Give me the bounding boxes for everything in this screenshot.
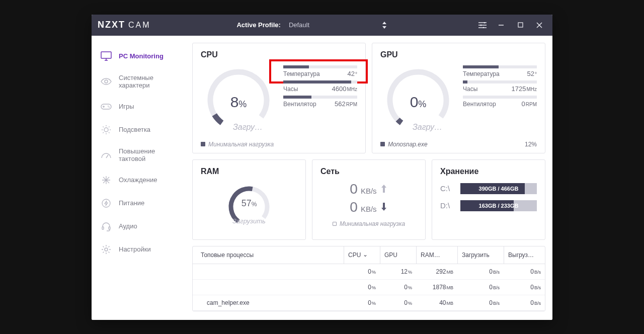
col-name[interactable]: Топовые процессы bbox=[193, 246, 344, 264]
cpu-footer: Минимальная нагрузка bbox=[201, 141, 357, 148]
sidebar-item-cooling[interactable]: Охлаждение bbox=[92, 169, 192, 192]
sidebar-label: Игры bbox=[119, 103, 134, 110]
cpu-card[interactable]: CPU 8% Загру… bbox=[192, 43, 366, 153]
network-card[interactable]: Сеть 0KB/s 0KB/s Минимальная нагрузка bbox=[312, 159, 426, 240]
close-button[interactable] bbox=[534, 20, 544, 30]
svg-point-7 bbox=[108, 106, 109, 107]
storage-card[interactable]: Хранение C:\ 390GB / 466GB D:\ 163GB / 2… bbox=[432, 159, 545, 240]
table-row[interactable]: cam_helper.exe 0% 0% 40MB 0B/s 0B/s bbox=[193, 295, 545, 311]
net-download: 0KB/s bbox=[350, 199, 387, 215]
legend-square-icon bbox=[333, 222, 337, 226]
profile-label: Active Profile: bbox=[236, 21, 280, 29]
svg-point-1 bbox=[480, 24, 482, 26]
cpu-gauge-sub: Загру… bbox=[233, 123, 263, 132]
net-footer: Минимальная нагрузка bbox=[333, 220, 405, 227]
profile-select[interactable]: Default bbox=[286, 19, 392, 32]
table-row[interactable]: 0% 0% 1878MB 0B/s 0B/s bbox=[193, 280, 545, 295]
processes-card: Топовые процессы CPU ⌄ GPU RAM… Загрузит… bbox=[192, 246, 545, 311]
sidebar-item-specs[interactable]: Системные характери bbox=[92, 68, 192, 95]
col-gpu[interactable]: GPU bbox=[380, 246, 416, 264]
legend-square-icon bbox=[380, 142, 385, 146]
svg-rect-3 bbox=[518, 23, 523, 27]
sidebar-item-monitoring[interactable]: PC Monitoring bbox=[92, 45, 192, 68]
sidebar-label: Питание bbox=[119, 199, 144, 207]
main-content: CPU 8% Загру… bbox=[192, 36, 552, 320]
sidebar-item-power[interactable]: Питание bbox=[92, 192, 192, 215]
arrow-down-icon bbox=[380, 201, 388, 212]
gpu-percent-unit: % bbox=[418, 99, 426, 109]
sun-icon bbox=[101, 124, 112, 135]
col-cpu[interactable]: CPU ⌄ bbox=[344, 246, 380, 264]
headset-icon bbox=[101, 221, 112, 232]
sidebar-label: Настройки bbox=[119, 245, 151, 253]
sidebar-label: Подсветка bbox=[119, 126, 150, 133]
profile-value: Default bbox=[289, 21, 309, 29]
cpu-gauge: 8% Загру… bbox=[201, 62, 276, 138]
cpu-clock-block: Часы4600MHz bbox=[283, 80, 357, 93]
cpu-title: CPU bbox=[201, 50, 357, 59]
snowflake-icon bbox=[101, 175, 112, 186]
gamepad-icon bbox=[101, 101, 112, 112]
legend-square-icon bbox=[201, 142, 205, 146]
sidebar-label: Аудио bbox=[119, 222, 137, 230]
ram-gauge: 57% Загрузить bbox=[201, 179, 297, 234]
sidebar: PC Monitoring Системные характери Игры П… bbox=[92, 36, 192, 320]
sidebar-item-settings[interactable]: Настройки bbox=[92, 238, 192, 261]
gpu-fan-block: Вентилятор0RPM bbox=[463, 96, 537, 108]
app-window: NZXT CAM Active Profile: Default bbox=[92, 15, 552, 320]
monitor-icon bbox=[101, 51, 112, 62]
sidebar-item-audio[interactable]: Аудио bbox=[92, 215, 192, 238]
col-ram[interactable]: RAM… bbox=[416, 246, 457, 264]
gpu-card[interactable]: GPU 0% Загру… bbox=[372, 43, 545, 153]
storage-drive-d: D:\ 163GB / 233GB bbox=[440, 200, 537, 211]
gpu-footer: Monosnap.exe 12% bbox=[380, 141, 537, 148]
svg-point-9 bbox=[104, 128, 108, 132]
svg-point-8 bbox=[109, 107, 110, 108]
col-upload[interactable]: Выгруз… bbox=[504, 246, 545, 264]
cpu-clock-label: Часы bbox=[283, 86, 298, 93]
svg-point-5 bbox=[105, 80, 108, 83]
cpu-percent-unit: % bbox=[238, 99, 247, 109]
col-download[interactable]: Загрузить bbox=[457, 246, 504, 264]
gpu-temp-label: Температура bbox=[463, 70, 500, 77]
gpu-fan-label: Вентилятор bbox=[463, 101, 496, 108]
gear-icon bbox=[101, 244, 112, 255]
bolt-icon bbox=[101, 198, 112, 209]
brand-logo: NZXT bbox=[98, 20, 125, 30]
gpu-percent: 0 bbox=[410, 94, 419, 110]
storage-title: Хранение bbox=[440, 167, 537, 176]
svg-rect-4 bbox=[101, 52, 111, 58]
sidebar-label: Системные характери bbox=[119, 74, 183, 89]
arrow-up-icon bbox=[380, 183, 388, 194]
processes-body: 0% 12% 292MB 0B/s 0B/s 0% 0% 1878MB 0B/s… bbox=[193, 264, 545, 311]
ram-title: RAM bbox=[201, 167, 297, 176]
sidebar-label: Охлаждение bbox=[119, 176, 157, 184]
gpu-temp-block: Температура52° bbox=[463, 65, 537, 77]
cpu-fan-block: Вентилятор562RPM bbox=[283, 96, 357, 108]
titlebar: NZXT CAM Active Profile: Default bbox=[92, 15, 552, 36]
ram-card[interactable]: RAM 57% Загрузить bbox=[192, 159, 306, 240]
svg-point-0 bbox=[484, 22, 486, 24]
cpu-fan-label: Вентилятор bbox=[283, 101, 316, 108]
gpu-gauge-sub: Загру… bbox=[413, 123, 442, 132]
net-upload: 0KB/s bbox=[350, 181, 387, 197]
minimize-button[interactable] bbox=[496, 20, 506, 30]
sidebar-label: Повышение тактовой bbox=[119, 147, 183, 162]
table-row[interactable]: 0% 12% 292MB 0B/s 0B/s bbox=[193, 264, 545, 280]
cpu-temp-block: Температура42° bbox=[283, 65, 357, 77]
gpu-clock-block: Часы1725MHz bbox=[463, 80, 537, 93]
sidebar-item-overclock[interactable]: Повышение тактовой bbox=[92, 141, 192, 169]
sidebar-item-games[interactable]: Игры bbox=[92, 95, 192, 118]
chevron-down-icon: ⌄ bbox=[363, 251, 368, 258]
settings-lines-icon[interactable] bbox=[478, 21, 487, 30]
processes-header: Топовые процессы CPU ⌄ GPU RAM… Загрузит… bbox=[193, 246, 545, 264]
gauge-icon bbox=[101, 149, 112, 160]
gpu-clock-label: Часы bbox=[463, 86, 477, 93]
brand-sub: CAM bbox=[128, 21, 151, 30]
cpu-temp-label: Температура bbox=[283, 70, 320, 77]
svg-point-13 bbox=[105, 248, 108, 251]
maximize-button[interactable] bbox=[515, 20, 525, 30]
cpu-percent: 8 bbox=[230, 94, 239, 110]
sidebar-item-lighting[interactable]: Подсветка bbox=[92, 118, 192, 141]
gpu-gauge: 0% Загру… bbox=[380, 62, 456, 138]
